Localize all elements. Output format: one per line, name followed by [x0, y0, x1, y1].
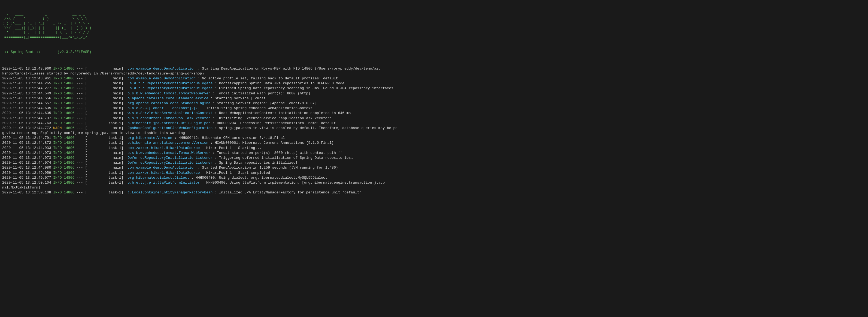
- log-line: 2020-11-05 13:12:44.973 INFO 14806 --- […: [2, 151, 866, 155]
- log-pid: 14806: [64, 121, 76, 126]
- log-container: 2020-11-05 13:12:43.960 INFO 14806 --- […: [2, 66, 866, 195]
- log-dashes: --- [: [76, 146, 87, 151]
- log-timestamp: 2020-11-05 13:12:44.557: [2, 101, 53, 106]
- log-pid: 14806: [64, 175, 76, 180]
- log-dashes: --- [: [76, 141, 87, 145]
- log-pid: 14806: [64, 151, 76, 155]
- log-timestamp: 2020-11-05 13:12:44.933: [2, 146, 53, 151]
- log-plain-line: nal.NoJtaPlatform]: [2, 185, 866, 190]
- log-plain-line: g view rendering. Explicitly configure s…: [2, 131, 866, 136]
- log-level: INFO: [53, 155, 64, 161]
- log-dashes: --- [: [76, 81, 87, 86]
- log-thread: task-1]: [87, 141, 125, 145]
- log-thread: main]: [87, 165, 125, 170]
- log-line: 2020-11-05 13:12:44.974 INFO 14806 --- […: [2, 161, 866, 165]
- log-timestamp: 2020-11-05 13:12:49.977: [2, 175, 53, 180]
- log-level: INFO: [53, 91, 64, 96]
- log-pid: 14806: [64, 126, 76, 131]
- log-dashes: --- [: [76, 111, 87, 116]
- log-message: : spring.jpa.open-in-view is enabled by …: [213, 126, 398, 131]
- log-pid: 14806: [64, 91, 76, 96]
- log-message: : HHH000400: Using dialect: org.hibernat…: [189, 175, 328, 180]
- log-pid: 14806: [64, 81, 76, 86]
- log-pid: 14806: [64, 106, 76, 111]
- log-timestamp: 2020-11-05 13:12:44.265: [2, 81, 53, 86]
- log-logger: org.hibernate.Version: [126, 136, 173, 141]
- log-level: WARN: [53, 126, 64, 131]
- log-timestamp: 2020-11-05 13:12:44.549: [2, 91, 53, 96]
- log-line: 2020-11-05 13:12:44.872 INFO 14806 --- […: [2, 141, 866, 145]
- log-pid: 14806: [64, 136, 76, 141]
- log-message: : HHH000204: Processing PersistenceUnitI…: [211, 121, 338, 126]
- log-pid: 14806: [64, 155, 76, 161]
- log-level: INFO: [53, 165, 64, 170]
- log-message: : Started DemoApplication in 1.259 secon…: [196, 165, 338, 170]
- log-timestamp: 2020-11-05 13:12:44.973: [2, 151, 53, 155]
- log-timestamp: 2020-11-05 13:12:44.737: [2, 116, 53, 121]
- log-message: : Tomcat initialized with port(s): 8080 …: [211, 91, 311, 96]
- log-thread: main]: [87, 126, 125, 131]
- log-dashes: --- [: [76, 180, 87, 185]
- log-dashes: --- [: [76, 126, 87, 131]
- log-line: 2020-11-05 13:12:44.973 INFO 14806 --- […: [2, 155, 866, 161]
- log-pid: 14806: [64, 180, 76, 185]
- log-message: : Root WebApplicationContext: initializa…: [213, 111, 351, 116]
- log-timestamp: 2020-11-05 13:12:44.763: [2, 121, 53, 126]
- log-level: INFO: [53, 190, 64, 195]
- log-logger: com.zaxxer.hikari.HikariDataSource: [126, 171, 200, 175]
- log-thread: main]: [87, 66, 125, 71]
- log-level: INFO: [53, 81, 64, 86]
- log-logger: com.example.demo.DemoApplication: [126, 76, 196, 81]
- log-level: INFO: [53, 161, 64, 165]
- log-thread: task-1]: [87, 175, 125, 180]
- log-thread: main]: [87, 161, 125, 165]
- log-pid: 14806: [64, 116, 76, 121]
- log-level: INFO: [53, 141, 64, 145]
- log-timestamp: 2020-11-05 13:12:44.974: [2, 161, 53, 165]
- log-logger: org.hibernate.dialect.Dialect: [126, 175, 189, 180]
- log-logger: org.apache.catalina.core.StandardEngine: [126, 101, 211, 106]
- log-message: : HHH000490: Using JtaPlatform implement…: [200, 180, 385, 185]
- log-pid: 14806: [64, 141, 76, 145]
- log-line: 2020-11-05 13:12:50.104 INFO 14806 --- […: [2, 180, 866, 185]
- log-line: 2020-11-05 13:12:44.277 INFO 14806 --- […: [2, 86, 866, 91]
- log-dashes: --- [: [76, 91, 87, 96]
- log-logger: com.example.demo.DemoApplication: [126, 66, 196, 71]
- log-line: 2020-11-05 13:12:43.961 INFO 14806 --- […: [2, 76, 866, 81]
- log-level: INFO: [53, 66, 64, 71]
- log-pid: 14806: [64, 66, 76, 71]
- log-message: : HCANN000001: Hibernate Commons Annotat…: [209, 141, 334, 145]
- log-logger: j.LocalContainerEntityManagerFactoryBean: [126, 190, 213, 195]
- log-logger: com.zaxxer.hikari.HikariDataSource: [126, 146, 200, 151]
- log-message: : Bootstrapping Spring Data JPA reposito…: [213, 81, 346, 86]
- log-message: : Initializing ExecutorService 'applicat…: [211, 116, 332, 121]
- log-message: : Finished Spring Data repository scanni…: [213, 86, 395, 91]
- log-message: : HHH000412: Hibernate ORM core version …: [172, 136, 285, 141]
- log-line: 2020-11-05 13:12:50.108 INFO 14806 --- […: [2, 190, 866, 195]
- log-level: INFO: [53, 146, 64, 151]
- log-logger: o.a.c.c.C.[Tomcat].[localhost].[/]: [126, 106, 200, 111]
- log-dashes: --- [: [76, 155, 87, 161]
- log-thread: task-1]: [87, 190, 125, 195]
- log-message: : HikariPool-1 - Starting...: [200, 146, 261, 151]
- log-pid: 14806: [64, 111, 76, 116]
- log-pid: 14806: [64, 76, 76, 81]
- log-line: 2020-11-05 13:12:44.772 WARN 14806 --- […: [2, 126, 866, 131]
- log-logger: o.hibernate.annotations.common.Version: [126, 141, 209, 145]
- log-line: 2020-11-05 13:12:44.635 INFO 14806 --- […: [2, 111, 866, 116]
- log-logger: o.h.e.t.j.p.i.JtaPlatformInitiator: [126, 180, 200, 185]
- log-timestamp: 2020-11-05 13:12:44.791: [2, 136, 53, 141]
- log-timestamp: 2020-11-05 13:12:44.556: [2, 96, 53, 101]
- log-level: INFO: [53, 136, 64, 141]
- log-thread: task-1]: [87, 121, 125, 126]
- log-dashes: --- [: [76, 136, 87, 141]
- log-logger: o.hibernate.jpa.internal.util.LogHelper: [126, 121, 211, 126]
- log-dashes: --- [: [76, 86, 87, 91]
- log-dashes: --- [: [76, 190, 87, 195]
- log-line: 2020-11-05 13:12:43.960 INFO 14806 --- […: [2, 66, 866, 71]
- log-plain-line: kshop/target/classes started by rorypred…: [2, 71, 866, 76]
- log-thread: main]: [87, 155, 125, 161]
- log-line: 2020-11-05 13:12:44.556 INFO 14806 --- […: [2, 96, 866, 101]
- log-timestamp: 2020-11-05 13:12:44.980: [2, 165, 53, 170]
- log-level: INFO: [53, 76, 64, 81]
